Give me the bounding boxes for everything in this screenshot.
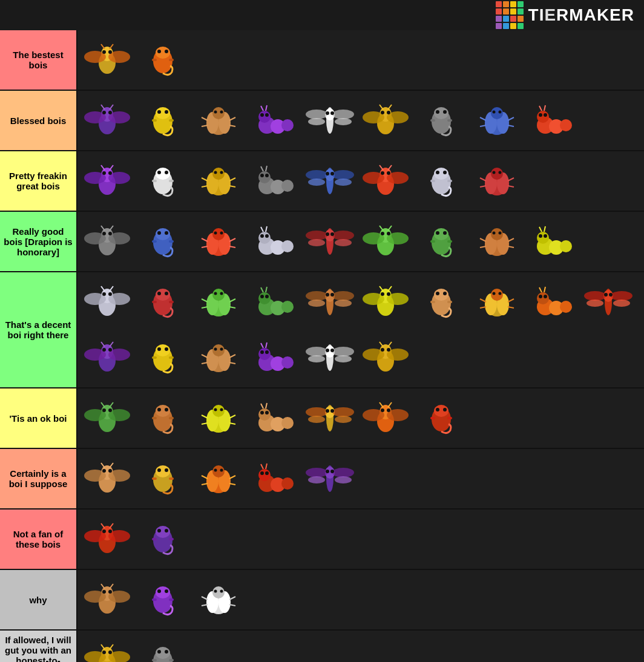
svg-point-387: [335, 416, 352, 423]
svg-point-328: [281, 356, 294, 369]
svg-point-432: [260, 471, 264, 475]
svg-point-430: [281, 477, 294, 490]
svg-point-203: [443, 231, 447, 235]
svg-point-289: [537, 292, 549, 304]
svg-point-239: [212, 289, 225, 301]
svg-line-109: [229, 186, 235, 187]
svg-point-5: [108, 50, 112, 54]
svg-point-495: [165, 650, 168, 654]
svg-rect-97: [169, 180, 174, 182]
svg-point-178: [260, 234, 264, 238]
svg-point-363: [165, 408, 168, 411]
tier-row-tier-a: Blessed bois: [0, 91, 644, 151]
svg-point-470: [157, 589, 161, 593]
svg-line-229: [110, 286, 113, 291]
svg-point-423: [220, 469, 223, 472]
svg-point-82: [539, 113, 542, 117]
svg-rect-313: [169, 356, 174, 359]
svg-point-187: [335, 239, 352, 246]
svg-point-130: [381, 171, 384, 175]
svg-point-448: [102, 529, 106, 533]
svg-line-293: [544, 287, 545, 292]
svg-line-107: [202, 186, 208, 187]
svg-line-396: [380, 402, 383, 407]
svg-point-121: [332, 170, 354, 180]
svg-point-320: [214, 348, 217, 351]
svg-line-426: [229, 476, 235, 479]
svg-point-49: [332, 110, 354, 119]
svg-point-159: [156, 228, 170, 240]
svg-point-189: [330, 232, 334, 236]
tier-row-tier-s: The bestest bois: [0, 30, 644, 91]
svg-point-379: [265, 411, 269, 415]
pokemon-slot: [191, 330, 246, 385]
svg-point-139: [443, 171, 447, 174]
svg-point-41: [258, 111, 271, 123]
svg-rect-200: [430, 240, 435, 243]
pokemon-slot: [303, 330, 357, 385]
svg-point-112: [281, 180, 294, 192]
svg-point-66: [436, 110, 439, 114]
svg-line-106: [202, 178, 208, 181]
svg-point-73: [499, 111, 502, 114]
svg-point-26: [157, 110, 161, 114]
svg-point-115: [265, 174, 269, 177]
svg-line-172: [229, 238, 235, 241]
svg-point-422: [214, 469, 217, 472]
svg-point-226: [102, 292, 106, 296]
pokemon-slot: [80, 391, 134, 445]
pokemon-slot: [358, 391, 413, 445]
svg-point-105: [220, 171, 223, 174]
svg-point-389: [330, 409, 334, 413]
svg-line-434: [261, 464, 263, 469]
svg-rect-469: [169, 598, 174, 601]
svg-point-291: [544, 295, 547, 298]
pokemon-slot: [191, 572, 246, 627]
svg-point-261: [330, 293, 334, 297]
svg-rect-468: [152, 598, 157, 601]
svg-rect-312: [152, 356, 157, 359]
svg-point-32: [214, 111, 217, 114]
svg-rect-160: [152, 240, 157, 243]
tier-label-tier-i: If allowed, I will gut you with an hones…: [0, 631, 77, 662]
svg-point-135: [434, 168, 448, 180]
tier-label-tier-b: Pretty freakin great bois: [0, 151, 77, 211]
svg-rect-492: [152, 659, 157, 661]
svg-point-185: [332, 231, 354, 240]
svg-line-479: [202, 605, 208, 606]
svg-line-269: [388, 286, 392, 291]
pokemon-slot: [136, 275, 190, 329]
svg-point-476: [214, 590, 217, 593]
svg-rect-273: [447, 301, 452, 303]
svg-line-308: [101, 342, 105, 347]
tier-label-tier-h: why: [0, 570, 77, 629]
svg-rect-361: [169, 417, 174, 419]
pokemon-slot: [136, 391, 190, 445]
pokemon-slot: [136, 33, 190, 87]
svg-point-281: [499, 292, 502, 295]
svg-line-37: [229, 125, 235, 126]
pokemon-slot: [303, 451, 357, 506]
svg-line-211: [480, 246, 486, 247]
svg-point-186: [308, 239, 325, 246]
svg-rect-64: [430, 119, 435, 122]
svg-point-378: [260, 411, 264, 415]
svg-line-116: [261, 166, 263, 171]
svg-point-143: [491, 168, 503, 180]
svg-point-168: [214, 232, 217, 235]
svg-point-471: [165, 589, 168, 593]
svg-point-50: [308, 118, 325, 125]
svg-point-367: [212, 405, 225, 417]
svg-rect-360: [152, 417, 157, 419]
pokemon-slot: [136, 154, 190, 208]
svg-point-113: [258, 171, 271, 183]
pokemon-slot: [470, 93, 524, 148]
svg-line-93: [110, 165, 113, 170]
svg-line-397: [388, 402, 392, 407]
svg-point-251: [265, 295, 269, 298]
svg-point-339: [335, 355, 352, 362]
tier-items-tier-e: [77, 388, 644, 448]
svg-point-279: [491, 289, 503, 301]
svg-point-4: [102, 50, 106, 54]
tier-items-tier-b: [77, 151, 644, 211]
